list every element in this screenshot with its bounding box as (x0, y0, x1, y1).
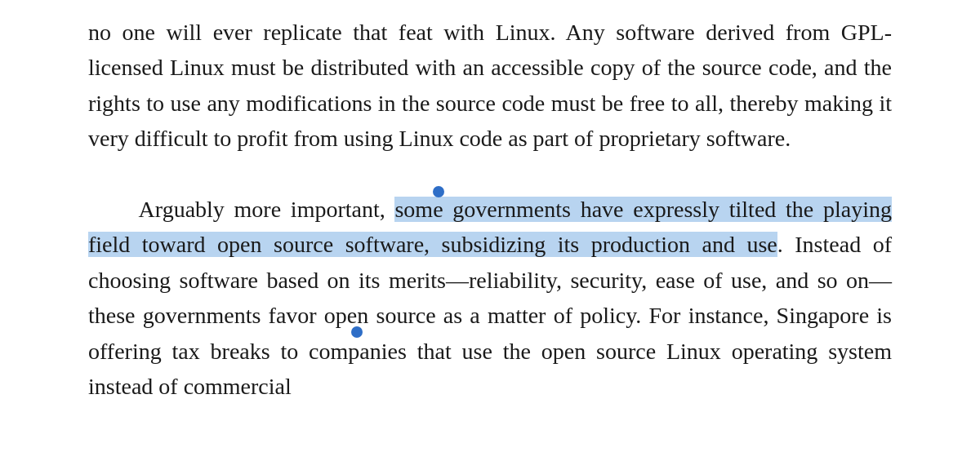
paragraph-1: no one will ever replicate that feat wit… (88, 20, 892, 151)
selection-handle-bottom[interactable] (351, 326, 363, 338)
page-container: no one will ever replicate that feat wit… (0, 0, 980, 452)
paragraph-2-after-highlight: . Instead of choosing software based on … (88, 232, 892, 399)
paragraph-2-indent (88, 197, 139, 222)
paragraph-2-before-highlight: Arguably more important, (139, 197, 395, 222)
selection-handle-top[interactable] (433, 186, 444, 197)
text-content: no one will ever replicate that feat wit… (88, 15, 892, 404)
